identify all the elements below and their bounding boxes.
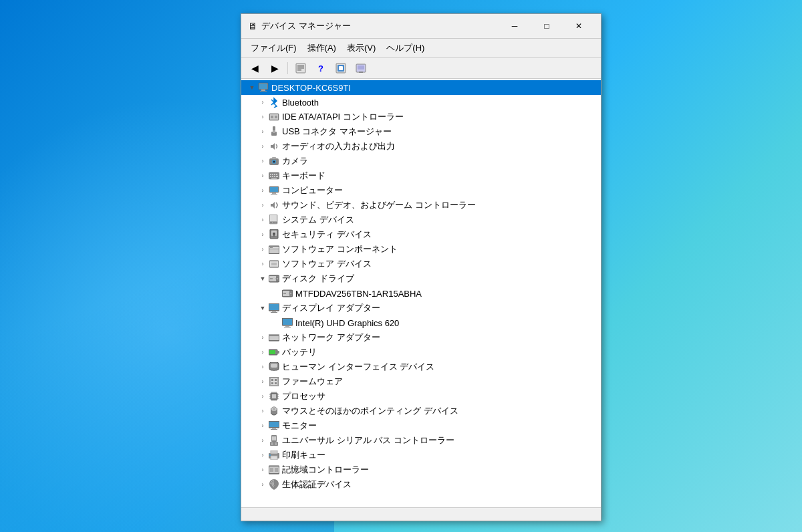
expand-display[interactable]: ▼	[257, 303, 268, 313]
expand-network[interactable]: ›	[257, 332, 268, 343]
display-icon	[268, 302, 280, 314]
expand-sw-component[interactable]: ›	[257, 244, 268, 255]
menu-bar: ファイル(F) 操作(A) 表示(V) ヘルプ(H)	[241, 39, 601, 58]
expand-usb-connector[interactable]: ›	[257, 126, 268, 137]
tree-item-biometric[interactable]: › 生体認証デバイス	[241, 477, 601, 492]
help-button[interactable]: ?	[311, 60, 330, 76]
svg-rect-41	[270, 222, 272, 223]
expand-usb-controller[interactable]: ›	[257, 435, 268, 446]
scan-hardware-button[interactable]	[352, 60, 370, 76]
usb-connector-label: USB コネクタ マネージャー	[282, 126, 392, 138]
svg-rect-72	[269, 336, 279, 340]
tree-item-audio[interactable]: › オーディオの入力および出力	[241, 139, 601, 154]
tree-item-security[interactable]: › セキュリティ デバイス	[241, 227, 601, 242]
expand-sw-device[interactable]: ›	[257, 259, 268, 269]
expand-system[interactable]: ›	[257, 215, 268, 225]
svg-rect-12	[261, 90, 265, 91]
expand-bluetooth[interactable]: ›	[257, 97, 268, 108]
tree-item-disk[interactable]: ▼ ディスク ドライブ	[241, 271, 601, 286]
tree-item-mtfddav[interactable]: › MTFDDAV256TBN-1AR15ABHA	[241, 286, 601, 301]
tree-item-battery[interactable]: › バッテリ	[241, 345, 601, 360]
processor-label: プロセッサ	[282, 390, 325, 402]
tree-item-sound[interactable]: › サウンド、ビデオ、およびゲーム コントローラー	[241, 198, 601, 213]
expand-storage[interactable]: ›	[257, 464, 268, 475]
device-tree[interactable]: ▼ DESKTOP-KC6S9TI ›	[241, 79, 601, 507]
svg-rect-69	[285, 325, 289, 327]
computer-icon2	[268, 184, 280, 196]
window-controls: ─ □ ✕	[499, 18, 594, 34]
svg-rect-83	[275, 379, 277, 381]
mtfddav-icon	[281, 287, 293, 299]
svg-point-61	[289, 292, 292, 295]
expand-ide[interactable]: ›	[257, 112, 268, 122]
svg-rect-38	[271, 194, 277, 194]
svg-rect-1	[297, 65, 304, 67]
software-device-label: ソフトウェア デバイス	[282, 258, 372, 270]
network-label: ネットワーク アダプター	[282, 331, 380, 344]
tree-item-software-device[interactable]: › ソフトウェア デバイス	[241, 257, 601, 271]
tree-item-usb-controller[interactable]: › ユニバーサル シリアル バス コントローラー	[241, 433, 601, 448]
tree-item-storage[interactable]: › 記憶域コントローラー	[241, 462, 601, 477]
svg-rect-30	[270, 176, 271, 177]
tree-item-processor[interactable]: › プロセッサ	[241, 389, 601, 404]
forward-button[interactable]: ▶	[265, 60, 284, 76]
print-icon	[268, 449, 280, 461]
bluetooth-icon	[268, 96, 280, 108]
tree-item-usb-connector[interactable]: › USB コネクタ マネージャー	[241, 124, 601, 139]
menu-action[interactable]: 操作(A)	[302, 40, 342, 56]
tree-item-camera[interactable]: › カメラ	[241, 154, 601, 168]
expand-disk[interactable]: ▼	[257, 273, 268, 284]
expand-monitor[interactable]: ›	[257, 420, 268, 431]
maximize-button[interactable]: □	[531, 18, 562, 34]
svg-rect-36	[270, 187, 278, 192]
tree-item-print[interactable]: › 印刷キュー	[241, 448, 601, 462]
tree-item-intel-uhd[interactable]: › Intel(R) UHD Graphics 620	[241, 315, 601, 330]
expand-processor[interactable]: ›	[257, 391, 268, 402]
window-title: デバイス マネージャー	[261, 20, 351, 32]
back-button[interactable]: ◀	[245, 60, 264, 76]
update-driver-button[interactable]	[331, 60, 350, 76]
tree-item-ide[interactable]: › IDE ATA/ATAPI コントローラー	[241, 110, 601, 124]
expand-camera[interactable]: ›	[257, 156, 268, 166]
security-icon	[268, 229, 280, 241]
tree-item-computer[interactable]: › コンピューター	[241, 183, 601, 198]
mtfddav-label: MTFDDAV256TBN-1AR15ABHA	[295, 289, 422, 299]
toolbar: ◀ ▶ ?	[241, 58, 601, 79]
tree-item-bluetooth[interactable]: › Bluetooth	[241, 95, 601, 110]
tree-item-firmware[interactable]: › ファームウェア	[241, 374, 601, 389]
close-button[interactable]: ✕	[563, 18, 594, 34]
tree-item-keyboard[interactable]: › キーボード	[241, 168, 601, 183]
tree-item-system[interactable]: › システム デバイス	[241, 213, 601, 227]
properties-button[interactable]	[291, 60, 310, 76]
tree-item-monitor[interactable]: › モニター	[241, 418, 601, 433]
expand-keyboard[interactable]: ›	[257, 170, 268, 181]
ide-icon	[268, 111, 280, 123]
svg-rect-3	[297, 70, 301, 71]
minimize-button[interactable]: ─	[499, 18, 530, 34]
expand-mouse[interactable]: ›	[257, 406, 268, 416]
expand-sound[interactable]: ›	[257, 200, 268, 211]
expand-security[interactable]: ›	[257, 229, 268, 240]
expand-print[interactable]: ›	[257, 450, 268, 460]
expand-firmware[interactable]: ›	[257, 376, 268, 387]
expand-hid[interactable]: ›	[257, 362, 268, 372]
menu-view[interactable]: 表示(V)	[342, 40, 381, 56]
tree-root[interactable]: ▼ DESKTOP-KC6S9TI	[241, 80, 601, 95]
tree-item-mouse[interactable]: › マウスとそのほかのポインティング デバイス	[241, 404, 601, 418]
menu-help[interactable]: ヘルプ(H)	[381, 40, 430, 56]
expand-computer[interactable]: ›	[257, 185, 268, 196]
tree-item-display[interactable]: ▼ ディスプレイ アダプター	[241, 301, 601, 315]
tree-item-software-component[interactable]: › ソフトウェア コンポーネント	[241, 242, 601, 257]
expand-battery[interactable]: ›	[257, 347, 268, 358]
storage-label: 記憶域コントローラー	[282, 464, 369, 476]
tree-item-network[interactable]: › ネットワーク アダプター	[241, 330, 601, 345]
svg-rect-103	[273, 408, 275, 410]
root-expand-icon[interactable]: ▼	[247, 82, 257, 93]
svg-rect-66	[271, 312, 277, 313]
menu-file[interactable]: ファイル(F)	[245, 40, 302, 56]
expand-biometric[interactable]: ›	[257, 479, 268, 490]
expand-audio[interactable]: ›	[257, 141, 268, 152]
tree-item-hid[interactable]: › ヒューマン インターフェイス デバイス	[241, 360, 601, 374]
usb-controller-icon	[268, 434, 280, 446]
storage-icon	[268, 464, 280, 476]
